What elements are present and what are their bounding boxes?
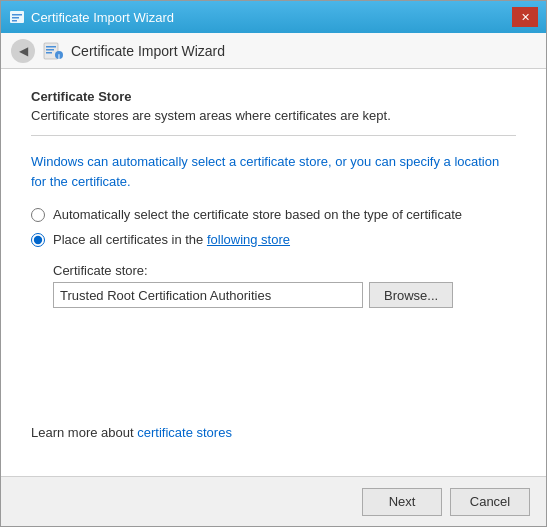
svg-rect-5 — [46, 46, 56, 48]
radio-auto-item: Automatically select the certificate sto… — [31, 207, 516, 222]
radio-auto-label[interactable]: Automatically select the certificate sto… — [53, 207, 462, 222]
spacer — [31, 308, 516, 425]
info-text: Windows can automatically select a certi… — [31, 152, 516, 191]
svg-rect-1 — [12, 14, 22, 16]
next-button[interactable]: Next — [362, 488, 442, 516]
content-area: Certificate Store Certificate stores are… — [1, 69, 546, 476]
back-button[interactable]: ◀ — [11, 39, 35, 63]
window-title: Certificate Import Wizard — [31, 10, 174, 25]
title-bar-left: Certificate Import Wizard — [9, 9, 512, 25]
svg-rect-6 — [46, 49, 54, 51]
footer-link[interactable]: certificate stores — [137, 425, 232, 440]
browse-button[interactable]: Browse... — [369, 282, 453, 308]
svg-rect-2 — [12, 17, 19, 19]
footer-link-area: Learn more about certificate stores — [31, 425, 516, 440]
cert-store-section: Certificate store: Browse... — [53, 263, 516, 308]
radio-manual-label[interactable]: Place all certificates in the following … — [53, 232, 290, 247]
button-bar: Next Cancel — [1, 476, 546, 526]
nav-bar: ◀ i Certificate Import Wizard — [1, 33, 546, 69]
close-button[interactable]: ✕ — [512, 7, 538, 27]
cert-store-input[interactable] — [53, 282, 363, 308]
radio-manual-label-prefix: Place all certificates in the — [53, 232, 207, 247]
cert-store-label: Certificate store: — [53, 263, 516, 278]
back-icon: ◀ — [19, 44, 28, 58]
wizard-icon — [9, 9, 25, 25]
svg-text:i: i — [58, 52, 60, 59]
main-window: Certificate Import Wizard ✕ ◀ i Certific… — [0, 0, 547, 527]
title-bar: Certificate Import Wizard ✕ — [1, 1, 546, 33]
radio-manual-item: Place all certificates in the following … — [31, 232, 516, 247]
radio-manual-label-link: following store — [207, 232, 290, 247]
cert-store-row: Browse... — [53, 282, 516, 308]
section-title: Certificate Store — [31, 89, 516, 104]
divider — [31, 135, 516, 136]
footer-text-prefix: Learn more about — [31, 425, 137, 440]
title-bar-controls: ✕ — [512, 7, 538, 27]
nav-title: Certificate Import Wizard — [71, 43, 225, 59]
radio-manual[interactable] — [31, 233, 45, 247]
section-subtitle: Certificate stores are system areas wher… — [31, 108, 516, 123]
wizard-nav-icon: i — [43, 41, 63, 61]
svg-rect-7 — [46, 52, 52, 54]
close-icon: ✕ — [521, 11, 530, 24]
svg-rect-3 — [12, 20, 17, 22]
radio-auto[interactable] — [31, 208, 45, 222]
radio-group: Automatically select the certificate sto… — [31, 207, 516, 247]
cancel-button[interactable]: Cancel — [450, 488, 530, 516]
